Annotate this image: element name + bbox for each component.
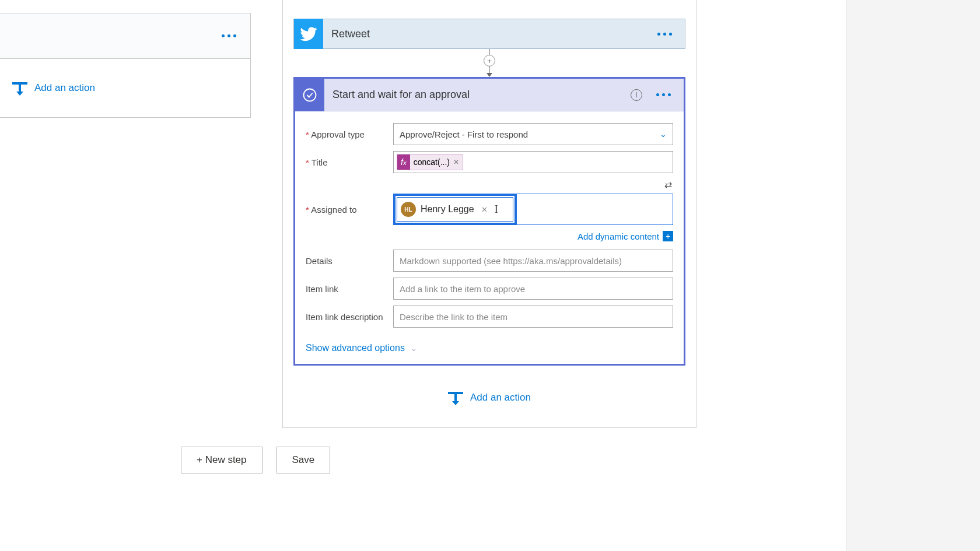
retweet-card-title: Retweet [323, 28, 645, 40]
approval-action-card: Start and wait for an approval i Approva… [293, 77, 685, 366]
details-label: Details [306, 256, 393, 266]
twitter-icon [294, 19, 323, 49]
retweet-card-menu-button[interactable] [654, 29, 676, 39]
swap-mode-icon[interactable]: ⇄ [664, 179, 672, 190]
add-action-button-main[interactable]: Add an action [448, 390, 531, 405]
assigned-to-label: Assigned to [306, 205, 393, 215]
item-link-desc-label: Item link description [306, 312, 393, 322]
add-dynamic-content-link[interactable]: Add dynamic content [578, 231, 659, 241]
retweet-action-card[interactable]: Retweet [293, 19, 685, 49]
show-advanced-options-link[interactable]: Show advanced options ⌄ [306, 343, 417, 353]
insert-action-icon [12, 80, 27, 96]
new-step-button[interactable]: + New step [181, 447, 262, 473]
person-chip[interactable]: HL Henry Legge ✕ [401, 202, 488, 217]
insert-action-icon [448, 390, 463, 405]
remove-token-icon[interactable]: ✕ [453, 158, 459, 166]
left-card-menu-button[interactable] [218, 31, 240, 41]
avatar: HL [401, 202, 416, 217]
item-link-label: Item link [306, 284, 393, 294]
add-step-inline-button[interactable]: + [484, 55, 495, 66]
show-advanced-label: Show advanced options [306, 343, 405, 353]
chevron-down-icon: ⌄ [411, 344, 417, 353]
assigned-to-input-highlight: HL Henry Legge ✕ I [393, 194, 517, 225]
approval-card-menu-button[interactable] [653, 90, 674, 100]
chevron-down-icon: ⌄ [660, 129, 667, 139]
approval-type-label: Approval type [306, 129, 393, 139]
assigned-to-input[interactable]: HL Henry Legge ✕ I [397, 197, 513, 222]
info-icon[interactable]: i [631, 89, 642, 101]
expression-token[interactable]: fx concat(...) ✕ [397, 154, 463, 170]
expression-token-label: concat(...) [414, 157, 450, 167]
add-action-label: Add an action [34, 82, 95, 94]
title-input[interactable]: fx concat(...) ✕ [393, 151, 673, 173]
details-input[interactable] [393, 250, 673, 272]
fx-icon: fx [397, 155, 410, 170]
item-link-desc-input[interactable] [393, 306, 673, 328]
text-cursor-icon: I [495, 203, 498, 216]
title-label: Title [306, 157, 393, 167]
right-panel-strip [846, 0, 980, 551]
approval-card-title: Start and wait for an approval [324, 89, 631, 101]
item-link-input[interactable] [393, 278, 673, 300]
approval-type-select[interactable]: Approve/Reject - First to respond ⌄ [393, 123, 673, 145]
approval-type-value: Approve/Reject - First to respond [400, 129, 528, 139]
add-dynamic-content-plus-icon[interactable]: + [663, 231, 673, 241]
add-action-button-left[interactable]: Add an action [12, 80, 95, 96]
remove-person-icon[interactable]: ✕ [481, 205, 488, 214]
svg-point-0 [304, 89, 316, 101]
approval-icon [295, 79, 324, 111]
connector: + [293, 49, 685, 77]
save-button[interactable]: Save [276, 447, 331, 473]
left-branch-card: Add an action [0, 13, 251, 118]
person-name: Henry Legge [421, 204, 474, 215]
add-action-label: Add an action [470, 392, 531, 403]
assigned-to-input-extend[interactable] [516, 194, 673, 225]
